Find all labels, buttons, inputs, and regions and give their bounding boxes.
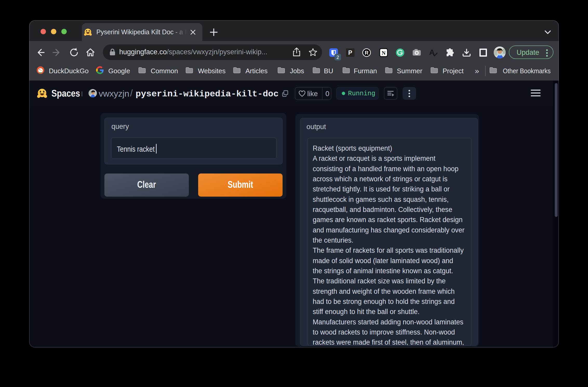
svg-text:2: 2 [336,55,339,60]
svg-text:P: P [348,49,352,56]
svg-text:N: N [382,50,385,56]
svg-text:R: R [365,50,369,56]
